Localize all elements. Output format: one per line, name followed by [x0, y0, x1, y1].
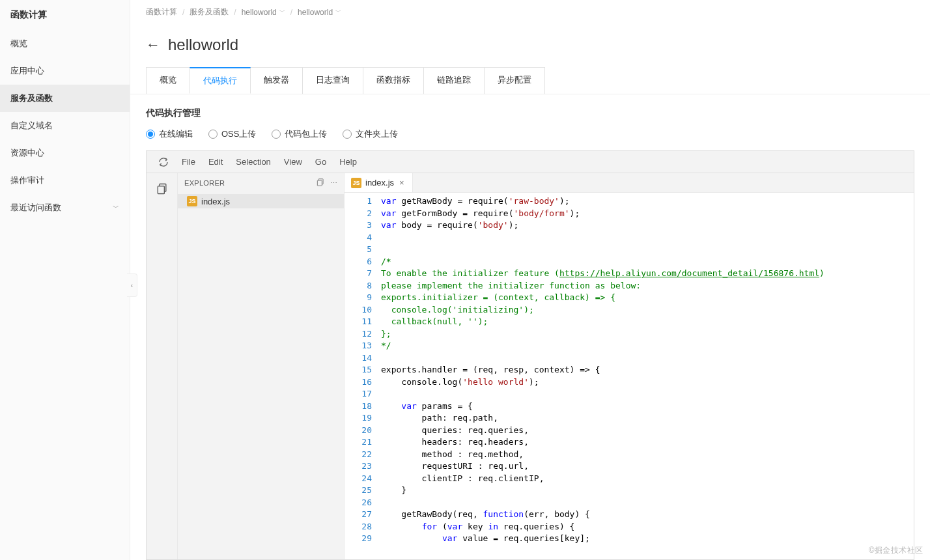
radio-label: 文件夹上传: [356, 128, 398, 140]
radio-icon: [146, 130, 155, 139]
radio-option[interactable]: OSS上传: [208, 128, 256, 140]
svg-rect-3: [317, 180, 322, 186]
line-number: 12: [345, 328, 372, 341]
code-line: headers: req.headers,: [381, 436, 914, 449]
sidebar-item[interactable]: 资源中心: [0, 139, 130, 167]
editor-area: JS index.js × 12345678910111213141516171…: [345, 173, 914, 559]
tab[interactable]: 触发器: [250, 67, 303, 94]
line-number: 24: [345, 473, 372, 485]
line-number: 28: [345, 521, 372, 533]
close-icon[interactable]: ×: [398, 178, 406, 188]
ide-menubar: FileEditSelectionViewGoHelp: [147, 151, 914, 173]
line-number: 9: [345, 292, 372, 304]
code-line: requestURI : req.url,: [381, 460, 914, 473]
tab[interactable]: 函数指标: [363, 67, 424, 94]
sidebar-item[interactable]: 服务及函数: [0, 85, 130, 112]
code-line: [381, 497, 914, 509]
line-number: 25: [345, 484, 372, 497]
breadcrumb-separator: /: [290, 8, 292, 17]
sidebar-item-label: 自定义域名: [10, 120, 53, 132]
line-number: 16: [345, 376, 372, 389]
radio-label: 代码包上传: [285, 128, 327, 140]
line-number: 14: [345, 352, 372, 365]
activity-bar: [147, 173, 178, 559]
chevron-left-icon: ‹: [131, 282, 133, 289]
more-icon[interactable]: ⋯: [330, 179, 337, 188]
ide: FileEditSelectionViewGoHelp EXPLORER: [146, 150, 914, 560]
section-title: 代码执行管理: [130, 94, 930, 128]
code-line: exports.initializer = (context, callback…: [381, 292, 914, 304]
line-number: 20: [345, 425, 372, 437]
line-number: 18: [345, 400, 372, 413]
sidebar-item-label: 操作审计: [10, 175, 44, 186]
code-line: var value = req.queries[key];: [381, 533, 914, 545]
code-line: */: [381, 340, 914, 352]
code-line: var body = require('body');: [381, 219, 914, 232]
line-number: 26: [345, 497, 372, 509]
sidebar-item-label: 资源中心: [10, 147, 44, 159]
line-number: 29: [345, 533, 372, 545]
radio-option[interactable]: 文件夹上传: [343, 128, 398, 140]
breadcrumb-item[interactable]: helloworld﹀: [298, 8, 341, 17]
editor-tab-indexjs[interactable]: JS index.js ×: [345, 173, 413, 192]
menu-item[interactable]: Edit: [202, 154, 229, 169]
sidebar-item-label: 应用中心: [10, 65, 44, 77]
js-file-icon: JS: [187, 196, 197, 206]
files-icon[interactable]: [152, 178, 173, 199]
radio-option[interactable]: 在线编辑: [146, 128, 193, 140]
sidebar-item[interactable]: 操作审计: [0, 167, 130, 194]
code-line: getRawBody(req, function(err, body) {: [381, 509, 914, 521]
radio-icon: [343, 130, 352, 139]
menu-item[interactable]: Help: [333, 154, 363, 169]
tab[interactable]: 链路追踪: [423, 67, 485, 94]
code-line: [381, 232, 914, 244]
sidebar-item[interactable]: 应用中心: [0, 57, 130, 85]
sidebar-item[interactable]: 自定义域名: [0, 112, 130, 139]
radio-label: OSS上传: [221, 128, 256, 140]
code-line: exports.handler = (req, resp, context) =…: [381, 364, 914, 376]
radio-option[interactable]: 代码包上传: [272, 128, 327, 140]
tab[interactable]: 代码执行: [190, 67, 251, 94]
file-tree-item[interactable]: JS index.js: [178, 194, 344, 208]
tab[interactable]: 日志查询: [302, 67, 363, 94]
tab[interactable]: 异步配置: [484, 67, 545, 94]
collapse-all-icon[interactable]: [316, 178, 325, 188]
explorer-header: EXPLORER ⋯: [178, 173, 344, 193]
sidebar-item[interactable]: 最近访问函数﹀: [0, 194, 130, 221]
code-line: var getRawBody = require('raw-body');: [381, 195, 914, 208]
explorer-header-actions: ⋯: [316, 178, 337, 188]
back-arrow-icon[interactable]: ←: [146, 38, 160, 52]
radio-icon: [208, 130, 218, 139]
menu-item[interactable]: View: [277, 154, 309, 169]
menu-item[interactable]: File: [175, 154, 202, 169]
sidebar-item-label: 概览: [10, 38, 27, 49]
sidebar-collapse-handle[interactable]: ‹: [127, 273, 137, 297]
code-line: clientIP : req.clientIP,: [381, 473, 914, 485]
breadcrumb-separator: /: [234, 8, 236, 17]
menu-item[interactable]: Go: [309, 154, 333, 169]
sidebar-item[interactable]: 概览: [0, 30, 130, 57]
code-line: console.log('hello world');: [381, 376, 914, 389]
line-number: 11: [345, 316, 372, 328]
file-name: index.js: [201, 197, 230, 206]
code-line: [381, 352, 914, 365]
breadcrumb-item[interactable]: helloworld﹀: [242, 8, 285, 17]
breadcrumb-item[interactable]: 函数计算: [146, 7, 177, 18]
code-line: path: req.path,: [381, 412, 914, 425]
explorer-title: EXPLORER: [184, 179, 225, 187]
line-number: 15: [345, 364, 372, 376]
breadcrumb-item[interactable]: 服务及函数: [190, 7, 229, 18]
explorer-panel: EXPLORER ⋯ JS index.js: [178, 173, 345, 559]
menu-item[interactable]: Selection: [229, 154, 277, 169]
line-number: 2: [345, 208, 372, 220]
code-line: }: [381, 484, 914, 497]
svg-rect-1: [158, 186, 164, 194]
ide-body: EXPLORER ⋯ JS index.js: [147, 173, 914, 559]
code-area[interactable]: 1234567891011121314151617181920212223242…: [345, 193, 914, 559]
code-content[interactable]: var getRawBody = require('raw-body');var…: [381, 193, 914, 559]
ide-sync-icon[interactable]: [153, 157, 174, 167]
tab[interactable]: 概览: [146, 67, 190, 94]
explorer-tree: JS index.js: [178, 193, 344, 210]
line-number: 5: [345, 244, 372, 256]
chevron-down-icon: ﹀: [279, 8, 285, 16]
